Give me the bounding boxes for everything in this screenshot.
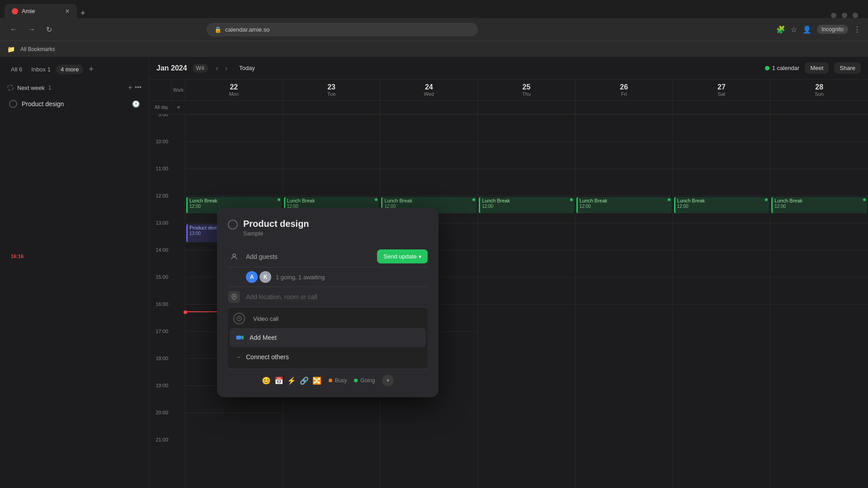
- calendar-header: Jan 2024 W4 ‹ › Today 1 calendar Meet Sh…: [149, 57, 868, 80]
- event-dot-sun: [863, 198, 866, 201]
- forward-button[interactable]: →: [25, 23, 38, 35]
- footer-icons: 😊 📅 ⚡ 🔗 🔀: [262, 376, 321, 385]
- allday-thu[interactable]: [478, 101, 576, 114]
- guests-count: 1 going, 1 awaiting: [276, 274, 325, 281]
- sidebar-tab-all[interactable]: All 6: [7, 64, 26, 75]
- active-tab[interactable]: Amie ✕: [5, 4, 77, 18]
- day-name-tue: Tue: [283, 91, 380, 97]
- allday-tue[interactable]: [283, 101, 381, 114]
- maximize-button[interactable]: [842, 13, 847, 18]
- popup-location-row: Add location, room or call: [228, 287, 428, 307]
- day-col-sat[interactable]: Lunch Break 12:00: [673, 114, 771, 488]
- svg-rect-4: [236, 336, 241, 339]
- avatar-a: A: [246, 271, 258, 283]
- popup-task-circle[interactable]: [228, 220, 238, 230]
- popup-guests-row: Add guests Send update ▾: [228, 246, 428, 267]
- calendar-right: 1 calendar Meet Share: [765, 62, 861, 74]
- bookmark-icon[interactable]: ☆: [791, 25, 797, 34]
- allday-mon[interactable]: [185, 101, 283, 114]
- allday-toggle[interactable]: ✕: [172, 101, 185, 114]
- sidebar-tab-inbox[interactable]: Inbox 1: [28, 64, 54, 75]
- event-dot-mon: [278, 198, 280, 201]
- minimize-button[interactable]: [831, 13, 836, 18]
- event-lunch-fri[interactable]: Lunch Break 12:00: [576, 197, 672, 213]
- going-dot: [354, 379, 358, 382]
- week-badge: W4: [193, 64, 208, 73]
- day-col-sun[interactable]: Lunch Break 12:00: [770, 114, 868, 488]
- day-num-sat: 27: [673, 83, 770, 91]
- section-circle-icon: [7, 84, 14, 91]
- section-actions: + •••: [128, 84, 142, 92]
- tab-close-btn[interactable]: ✕: [65, 8, 70, 14]
- footer-icon-3[interactable]: ⚡: [287, 376, 296, 385]
- address-bar[interactable]: 🔒 calendar.amie.so: [207, 23, 478, 36]
- back-button[interactable]: ←: [7, 23, 20, 35]
- connect-others-option[interactable]: → Connect others: [230, 349, 426, 365]
- task-item-product-design[interactable]: Product design 🕐: [7, 97, 142, 111]
- event-lunch-time-thu: 12:00: [482, 204, 493, 209]
- section-more-icon[interactable]: •••: [135, 84, 142, 92]
- browser-toolbar: ← → ↻ 🔒 calendar.amie.so 🧩 ☆ 👤 Incognito…: [0, 18, 868, 41]
- task-section-header: Next week 1 + •••: [7, 82, 142, 94]
- tab-favicon: [12, 8, 18, 14]
- menu-icon[interactable]: ⋮: [854, 25, 861, 34]
- popup-header: Product design Sample: [228, 219, 428, 237]
- collapse-icon: ✕: [177, 105, 180, 110]
- time-1000: 10:00: [156, 139, 168, 144]
- meet-button[interactable]: Meet: [805, 62, 829, 74]
- svg-point-1: [233, 296, 235, 297]
- footer-icon-4[interactable]: 🔗: [300, 376, 309, 385]
- prev-week-button[interactable]: ‹: [213, 63, 221, 74]
- close-button[interactable]: [853, 13, 858, 18]
- address-text: calendar.amie.so: [225, 26, 269, 33]
- allday-label: All day: [149, 101, 172, 114]
- section-add-icon[interactable]: +: [128, 84, 132, 92]
- event-lunch-time-sun: 12:00: [774, 204, 786, 209]
- day-headers: Work 22 Mon 23 Tue 24 Wed 25 Thu: [149, 80, 868, 101]
- add-meet-option[interactable]: Add Meet: [230, 328, 426, 347]
- footer-icon-2[interactable]: 📅: [274, 376, 283, 385]
- allday-fri[interactable]: [576, 101, 673, 114]
- today-button[interactable]: Today: [236, 63, 259, 73]
- time-1100: 11:00: [156, 166, 168, 171]
- work-label: Work: [172, 80, 185, 100]
- footer-icon-5[interactable]: 🔀: [312, 376, 321, 385]
- scroll-down-button[interactable]: ▾: [382, 375, 394, 386]
- profile-icon[interactable]: 👤: [802, 25, 811, 34]
- task-section-next-week: Next week 1 + ••• Product design 🕐: [7, 82, 142, 111]
- event-lunch-thu[interactable]: Lunch Break 12:00: [479, 197, 574, 213]
- sidebar-tab-more[interactable]: 4 more: [56, 65, 83, 74]
- send-update-button[interactable]: Send update ▾: [377, 249, 428, 263]
- extensions-icon[interactable]: 🧩: [776, 25, 785, 34]
- incognito-badge: Incognito: [817, 25, 848, 34]
- allday-sat[interactable]: [673, 101, 771, 114]
- location-placeholder[interactable]: Add location, room or call: [246, 293, 428, 300]
- task-checkbox[interactable]: [9, 100, 17, 108]
- meet-logo-icon: [235, 333, 245, 343]
- sidebar-add-button[interactable]: +: [89, 65, 94, 74]
- going-label: Going: [360, 377, 375, 384]
- refresh-button[interactable]: ↻: [43, 23, 55, 36]
- event-lunch-sat[interactable]: Lunch Break 12:00: [674, 197, 769, 213]
- day-num-thu: 25: [478, 83, 575, 91]
- day-col-fri[interactable]: Lunch Break 12:00: [576, 114, 673, 488]
- allday-wed[interactable]: [380, 101, 478, 114]
- time-1300: 13:00: [156, 220, 168, 225]
- footer-icon-1[interactable]: 😊: [262, 376, 271, 385]
- allday-sun[interactable]: [770, 101, 868, 114]
- event-dot-tue: [375, 198, 377, 201]
- bookmarks-label[interactable]: All Bookmarks: [20, 46, 55, 52]
- day-name-sat: Sat: [673, 91, 770, 97]
- day-col-thu[interactable]: Lunch Break 12:00: [478, 114, 576, 488]
- day-header-wed: 24 Wed: [380, 80, 478, 100]
- new-tab-button[interactable]: +: [77, 9, 89, 18]
- event-lunch-sun[interactable]: Lunch Break 12:00: [771, 197, 867, 213]
- current-time-dot: [184, 310, 187, 314]
- guests-label[interactable]: Add guests: [246, 253, 372, 260]
- video-call-header-row: Video call: [230, 311, 426, 326]
- share-button[interactable]: Share: [834, 62, 861, 74]
- next-week-button[interactable]: ›: [222, 63, 230, 74]
- time-900: 9:00: [159, 114, 168, 117]
- day-header-thu: 25 Thu: [478, 80, 576, 100]
- time-1800: 18:00: [156, 356, 168, 361]
